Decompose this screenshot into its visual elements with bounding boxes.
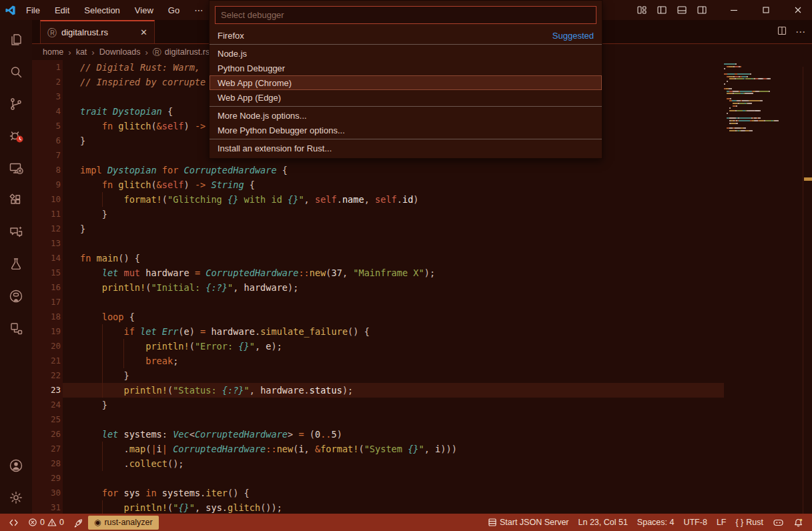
indent-guide [80, 442, 102, 456]
quickpick-item-firefox[interactable]: FirefoxSuggested [210, 28, 602, 43]
rocket-icon[interactable] [69, 514, 88, 531]
menu-selection[interactable]: Selection [78, 3, 125, 17]
minimap-line [724, 130, 803, 131]
notifications-bell-icon[interactable] [789, 514, 808, 531]
code-line-18[interactable]: 18loop { [32, 310, 724, 324]
breadcrumb-item-home[interactable]: home [43, 47, 63, 57]
error-count: 0 [40, 518, 45, 527]
breadcrumb-item-digitalrust-rs[interactable]: Ⓡdigitalrust.rs [153, 47, 210, 57]
activity-testing-icon[interactable] [0, 248, 32, 280]
code-line-10[interactable]: 10format!("Glitching {} with id {}", sel… [32, 192, 724, 207]
quickpick-item-python-debugger[interactable]: Python Debugger [210, 61, 602, 75]
menu-edit[interactable]: Edit [49, 3, 75, 17]
code-line-12[interactable]: 12} [32, 221, 724, 236]
code-line-8[interactable]: 8impl Dystopian for CorruptedHardware { [32, 163, 724, 177]
menu-[interactable]: ⋯ [188, 3, 209, 17]
code-line-30[interactable]: 30for sys in systems.iter() { [32, 486, 724, 500]
code-line-13[interactable]: 13 [32, 236, 724, 251]
warning-icon [47, 518, 57, 527]
quickpick-item-node-js[interactable]: Node.js [210, 46, 602, 61]
menu-go[interactable]: Go [162, 3, 185, 17]
toggle-secondary-sidebar-icon[interactable] [693, 3, 711, 17]
remote-indicator-button[interactable] [4, 514, 23, 531]
code-line-25[interactable]: 25 [32, 412, 724, 427]
code-line-17[interactable]: 17 [32, 295, 724, 310]
indent-guide [80, 500, 102, 514]
activity-github-icon[interactable] [0, 280, 32, 312]
activity-search-icon[interactable] [0, 56, 32, 88]
split-editor-icon[interactable] [777, 25, 787, 39]
activity-source-control-icon[interactable] [0, 88, 32, 120]
indent-guide [123, 339, 145, 354]
copilot-icon[interactable] [768, 514, 789, 531]
minimap-line [724, 78, 803, 79]
quickpick-item-web-app-edge[interactable]: Web App (Edge) [210, 90, 602, 105]
activity-remote-explorer-icon[interactable] [0, 312, 32, 344]
activity-account-icon[interactable] [0, 450, 32, 482]
code-line-27[interactable]: 27.map(|i| CorruptedHardware::new(i, &fo… [32, 442, 724, 456]
indent-guide [80, 456, 102, 471]
code-line-20[interactable]: 20println!("Error: {}", e); [32, 339, 724, 354]
code-text: let mut hardware = CorruptedHardware::ne… [63, 266, 435, 280]
code-line-24[interactable]: 24} [32, 398, 724, 412]
quickpick-item-web-app-chrome[interactable]: Web App (Chrome) [210, 75, 602, 90]
code-line-29[interactable]: 29 [32, 471, 724, 486]
quickpick-item-install-an-extension-for-rust[interactable]: Install an extension for Rust... [210, 141, 602, 155]
activity-explorer-icon[interactable] [0, 24, 32, 56]
braces-icon: { } [735, 518, 743, 527]
quickpick-item-more-python-debugger-options[interactable]: More Python Debugger options... [210, 123, 602, 137]
more-actions-icon[interactable]: ⋯ [795, 26, 805, 38]
rust-analyzer-badge[interactable]: ◉ rust-analyzer [88, 516, 159, 530]
code-line-28[interactable]: 28.collect(); [32, 456, 724, 471]
toggle-panel-icon[interactable] [673, 3, 691, 17]
code-line-19[interactable]: 19if let Err(e) = hardware.simulate_fail… [32, 324, 724, 339]
code-line-23[interactable]: 23println!("Status: {:?}", hardware.stat… [32, 383, 724, 398]
quickpick-item-more-node-js-options[interactable]: More Node.js options... [210, 108, 602, 123]
minimap[interactable] [724, 60, 803, 132]
activity-extensions-icon[interactable] [0, 184, 32, 216]
menu-view[interactable]: View [129, 3, 159, 17]
warning-count: 0 [59, 518, 64, 527]
tab-digitalrust[interactable]: Ⓡ digitalrust.rs ✕ [40, 20, 155, 43]
minimap-line [724, 107, 803, 109]
breadcrumb-item-downloads[interactable]: Downloads [99, 47, 141, 57]
code-line-11[interactable]: 11} [32, 207, 724, 221]
toggle-primary-sidebar-icon[interactable] [653, 3, 671, 17]
code-line-22[interactable]: 22} [32, 368, 724, 383]
line-number: 6 [32, 133, 63, 148]
tab-close-icon[interactable]: ✕ [140, 27, 147, 37]
start-json-server-button[interactable]: Start JSON Server [483, 514, 574, 531]
indentation-setting[interactable]: Spaces: 4 [633, 514, 679, 531]
code-line-26[interactable]: 26let systems: Vec<CorruptedHardware> = … [32, 427, 724, 442]
code-line-16[interactable]: 16println!("Initial: {:?}", hardware); [32, 280, 724, 295]
close-window-button[interactable] [789, 3, 807, 17]
indent-guide [102, 442, 124, 456]
line-number: 31 [32, 500, 63, 514]
activity-run-debug-icon[interactable] [0, 120, 32, 152]
quickpick-input[interactable] [215, 6, 596, 24]
minimap-line [724, 68, 803, 69]
activity-chat-icon[interactable] [0, 216, 32, 248]
eol-setting[interactable]: LF [712, 514, 731, 531]
code-line-14[interactable]: 14fn main() { [32, 251, 724, 266]
code-line-21[interactable]: 21break; [32, 354, 724, 368]
language-mode[interactable]: { } Rust [731, 514, 768, 531]
cursor-position[interactable]: Ln 23, Col 51 [574, 514, 633, 531]
encoding-setting[interactable]: UTF-8 [679, 514, 711, 531]
breadcrumb-item-kat[interactable]: kat [76, 47, 87, 57]
problems-button[interactable]: 0 0 [23, 514, 69, 531]
code-line-31[interactable]: 31println!("{}", sys.glitch()); [32, 500, 724, 514]
activity-remote-monitor-icon[interactable] [0, 152, 32, 184]
code-line-15[interactable]: 15let mut hardware = CorruptedHardware::… [32, 266, 724, 280]
code-text: fn main() { [63, 251, 140, 266]
code-line-9[interactable]: 9fn glitch(&self) -> String { [32, 177, 724, 192]
maximize-button[interactable] [757, 3, 775, 17]
line-number: 26 [32, 427, 63, 442]
menu-file[interactable]: File [20, 3, 46, 17]
customize-layout-icon[interactable] [633, 3, 651, 17]
indent-guide [102, 324, 124, 339]
activity-settings-icon[interactable] [0, 482, 32, 514]
line-number: 5 [32, 119, 63, 133]
minimap-line [724, 88, 803, 89]
minimize-button[interactable] [725, 3, 743, 17]
